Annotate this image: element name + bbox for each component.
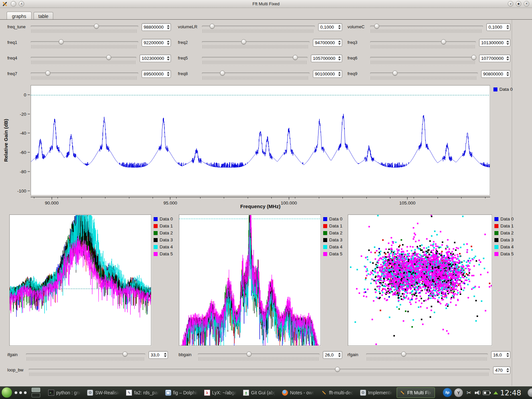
- spin-down-icon[interactable]: [506, 28, 509, 29]
- spin-down-icon[interactable]: [506, 74, 509, 76]
- spin-down-icon[interactable]: [167, 43, 170, 45]
- freq4-handle[interactable]: [106, 55, 111, 60]
- task-sw-realisierung[interactable]: SW-Realisieru: [85, 387, 122, 398]
- pager-dot[interactable]: [15, 391, 17, 394]
- tab-table[interactable]: table: [34, 12, 53, 20]
- spinbox-arrows[interactable]: [166, 25, 171, 29]
- spinbox-arrows[interactable]: [337, 353, 342, 357]
- freq4-slider[interactable]: [31, 55, 136, 65]
- freq3-slider[interactable]: [370, 39, 476, 50]
- freq_tune-slider[interactable]: [31, 23, 138, 34]
- tray-partial-icon[interactable]: [528, 388, 532, 397]
- spinbox-arrows[interactable]: [506, 72, 510, 76]
- spin-down-icon[interactable]: [506, 43, 509, 45]
- freq6-spinbox[interactable]: 107700000: [479, 55, 510, 62]
- freq7-slider[interactable]: [31, 70, 138, 81]
- maximize-button[interactable]: ◆: [516, 1, 521, 7]
- task-fa2-rds-parser[interactable]: fa2: rds_pars: [124, 387, 161, 398]
- spin-down-icon[interactable]: [167, 74, 170, 76]
- freq7-spinbox[interactable]: 89500000: [142, 70, 171, 78]
- spin-up-icon[interactable]: [338, 41, 341, 42]
- workspace-pager[interactable]: [32, 388, 40, 398]
- spin-down-icon[interactable]: [338, 74, 341, 76]
- spin-down-icon[interactable]: [338, 59, 341, 61]
- freq5-handle[interactable]: [293, 55, 298, 60]
- freq1-handle[interactable]: [59, 39, 64, 44]
- task-fft-multi-decoder[interactable]: fft-multi-deco: [319, 387, 356, 398]
- bbgain-spinbox[interactable]: 26,0: [323, 351, 342, 359]
- freq4-spinbox[interactable]: 102300000: [140, 55, 171, 62]
- spin-up-icon[interactable]: [338, 72, 341, 73]
- ifgain-spinbox[interactable]: 33,0: [149, 351, 168, 359]
- freq5-slider[interactable]: [202, 55, 308, 65]
- spin-down-icon[interactable]: [167, 28, 170, 29]
- task-notes-owncloud[interactable]: Notes - ownC: [280, 387, 317, 398]
- spin-up-icon[interactable]: [506, 25, 509, 27]
- spinbox-arrows[interactable]: [337, 56, 342, 61]
- rfgain-handle[interactable]: [401, 351, 406, 356]
- freq8-slider[interactable]: [202, 70, 310, 81]
- spinbox-arrows[interactable]: [166, 56, 171, 61]
- ifgain-handle[interactable]: [122, 351, 127, 356]
- spin-up-icon[interactable]: [506, 41, 509, 42]
- window-titlebar[interactable]: · ∧ Fft Multi Fixed ∨ ◆ ✕: [0, 0, 532, 8]
- spinbox-arrows[interactable]: [506, 41, 510, 45]
- freq8-handle[interactable]: [220, 70, 225, 75]
- spinbox-arrows[interactable]: [337, 41, 342, 45]
- close-button[interactable]: ✕: [524, 1, 529, 7]
- task-implementierung[interactable]: Implementieru: [358, 387, 395, 398]
- freq9-handle[interactable]: [392, 70, 397, 75]
- freq1-spinbox[interactable]: 92200000: [142, 39, 171, 47]
- spin-down-icon[interactable]: [167, 59, 170, 61]
- clipboard-scissors-icon[interactable]: ✂: [465, 388, 472, 397]
- spinbox-arrows[interactable]: [163, 353, 168, 357]
- battery-icon[interactable]: [483, 391, 490, 395]
- volumeC-slider[interactable]: [370, 23, 483, 34]
- tray-expand-icon[interactable]: [493, 391, 498, 394]
- freq6-handle[interactable]: [471, 55, 476, 60]
- spinbox-arrows[interactable]: [337, 25, 342, 29]
- spin-up-icon[interactable]: [338, 25, 341, 27]
- spin-down-icon[interactable]: [506, 355, 509, 357]
- pager-dot[interactable]: [24, 391, 27, 394]
- spinbox-arrows[interactable]: [506, 368, 510, 372]
- workspace-2[interactable]: [32, 393, 40, 397]
- volumeLR-slider[interactable]: [202, 23, 315, 34]
- spin-down-icon[interactable]: [506, 371, 509, 372]
- loop_bw-handle[interactable]: [335, 367, 340, 372]
- spinbox-arrows[interactable]: [506, 25, 510, 29]
- spinbox-arrows[interactable]: [506, 56, 510, 61]
- freq_tune-spinbox[interactable]: 98800000: [142, 23, 171, 31]
- freq_tune-handle[interactable]: [94, 24, 99, 29]
- spinbox-arrows[interactable]: [506, 353, 510, 357]
- start-menu-button[interactable]: [2, 387, 12, 398]
- task-git-gui[interactable]: Git Gui (abga: [241, 387, 278, 398]
- spin-up-icon[interactable]: [164, 353, 167, 354]
- loop_bw-spinbox[interactable]: 470: [493, 366, 510, 374]
- workspace-1[interactable]: [32, 388, 40, 392]
- spinbox-arrows[interactable]: [337, 72, 342, 76]
- hp-tray-icon[interactable]: hp: [443, 388, 452, 397]
- spin-up-icon[interactable]: [167, 72, 170, 73]
- spinbox-arrows[interactable]: [166, 72, 171, 76]
- volumeC-spinbox[interactable]: 0,1000: [486, 23, 510, 31]
- spin-up-icon[interactable]: [338, 353, 341, 354]
- freq7-handle[interactable]: [45, 70, 50, 75]
- spinbox-arrows[interactable]: [166, 41, 171, 45]
- rfgain-slider[interactable]: [366, 351, 488, 362]
- freq2-handle[interactable]: [241, 39, 246, 44]
- minimize-button[interactable]: ∨: [508, 1, 513, 7]
- spin-up-icon[interactable]: [167, 41, 170, 42]
- task-python-gnuradio[interactable]: python : gnur: [46, 387, 83, 398]
- spin-down-icon[interactable]: [164, 355, 167, 357]
- ifgain-slider[interactable]: [26, 351, 145, 362]
- task-fft-multi-fixed[interactable]: Fft Multi Fixed: [397, 387, 435, 398]
- spin-up-icon[interactable]: [506, 368, 509, 370]
- freq2-slider[interactable]: [202, 39, 310, 50]
- clock[interactable]: 12:48: [500, 389, 521, 397]
- volumeLR-handle[interactable]: [209, 24, 214, 29]
- spin-up-icon[interactable]: [167, 56, 170, 58]
- volumeLR-spinbox[interactable]: 0,1000: [318, 23, 342, 31]
- rfgain-spinbox[interactable]: 16,0: [491, 351, 510, 359]
- spin-down-icon[interactable]: [338, 43, 341, 45]
